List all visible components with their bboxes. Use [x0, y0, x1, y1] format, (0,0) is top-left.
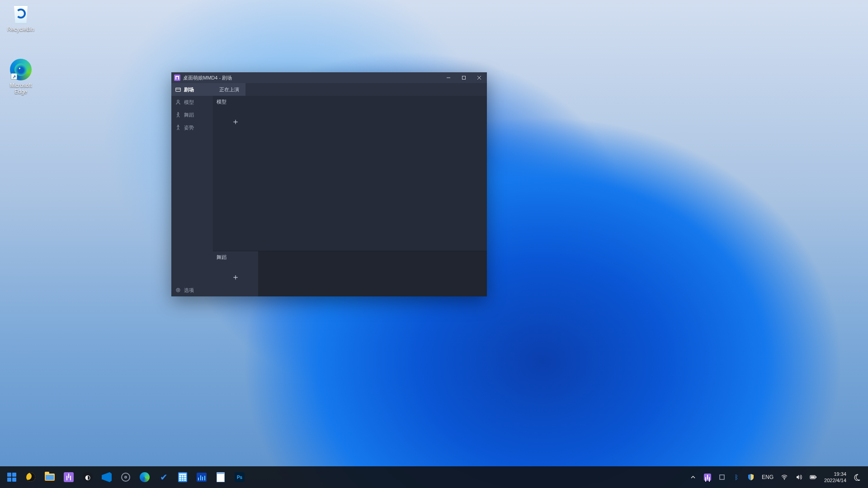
section-models: 模型 ＋	[213, 96, 487, 251]
tray-security[interactable]	[745, 470, 757, 484]
sidebar-item-label: 选项	[184, 287, 194, 294]
desktop-icon-edge[interactable]: ↗ Microsoft Edge	[4, 59, 38, 95]
clock-date: 2022/4/14	[824, 477, 846, 483]
model-icon	[175, 99, 181, 105]
sidebar-item-label: 姿势	[184, 124, 194, 131]
taskbar-app-edge[interactable]	[136, 468, 154, 486]
moon-outline-icon	[854, 474, 861, 481]
svg-point-6	[177, 100, 179, 102]
tab-now-playing[interactable]: 正在上演	[213, 83, 245, 96]
maximize-button[interactable]	[456, 72, 472, 83]
battery-icon	[810, 474, 817, 481]
calculator-icon	[178, 472, 187, 482]
start-button[interactable]	[3, 468, 21, 486]
close-button[interactable]	[472, 72, 487, 83]
tray-wifi[interactable]	[778, 470, 791, 484]
add-dance-button[interactable]: ＋	[216, 264, 255, 290]
recycle-bin-icon	[10, 3, 32, 24]
svg-rect-11	[720, 475, 724, 479]
tray-bluetooth[interactable]: ᛒ	[730, 470, 743, 484]
taskbar-app-explorer[interactable]	[41, 468, 59, 486]
shield-icon	[747, 474, 755, 481]
svg-point-10	[178, 290, 179, 291]
plus-icon: ＋	[231, 272, 240, 282]
sidebar-item-label: 模型	[184, 99, 194, 106]
tray-language[interactable]: ENG	[759, 470, 776, 484]
minimize-button[interactable]	[441, 72, 456, 83]
svg-rect-4	[176, 88, 181, 92]
notepad-icon	[217, 472, 225, 482]
section-label-dance: 舞蹈	[213, 251, 258, 262]
photoshop-icon: Ps	[235, 472, 245, 482]
svg-point-12	[784, 479, 785, 480]
folder-icon	[45, 474, 55, 481]
svg-rect-15	[816, 476, 816, 478]
taskbar-app-mmd[interactable]	[60, 468, 78, 486]
desktop-icon-label: RecycleBin	[4, 26, 38, 33]
chart-icon	[197, 473, 207, 482]
svg-rect-14	[811, 476, 815, 478]
desktop-icon-recycle-bin[interactable]: RecycleBin	[4, 3, 38, 33]
chevron-up-icon	[689, 474, 697, 481]
tray-volume[interactable]	[793, 470, 805, 484]
tray-battery[interactable]	[807, 470, 820, 484]
sidebar-item-pose[interactable]: 姿势	[171, 121, 213, 134]
sidebar-item-model[interactable]: 模型	[171, 96, 213, 108]
taskbar: ◐ ✔ Ps ᛒ ENG	[0, 466, 868, 488]
sidebar-item-options[interactable]: 选项	[171, 284, 213, 296]
app-icon	[174, 75, 180, 81]
taskbar-app-vscode[interactable]	[98, 468, 116, 486]
theater-icon	[175, 86, 181, 93]
edge-icon	[140, 472, 150, 482]
taskbar-clock[interactable]: 19:34 2022/4/14	[821, 471, 849, 483]
plus-icon: ＋	[231, 116, 240, 127]
tray-app-generic[interactable]	[716, 470, 728, 484]
moon-icon	[26, 473, 35, 482]
mmd-icon	[704, 474, 711, 481]
tray-app-mmd[interactable]	[701, 470, 714, 484]
taskbar-app-steam[interactable]: ◐	[79, 468, 97, 486]
check-icon: ✔	[159, 473, 168, 482]
taskbar-app-calculator[interactable]	[174, 468, 192, 486]
tab-row: 正在上演	[213, 83, 487, 96]
gear-icon	[121, 473, 130, 482]
tray-focus-assist[interactable]	[851, 470, 863, 484]
section-label-model: 模型	[213, 96, 487, 106]
pose-icon	[175, 124, 181, 131]
gear-icon	[175, 287, 181, 293]
taskbar-app-photoshop[interactable]: Ps	[231, 468, 249, 486]
taskbar-app-notepad[interactable]	[212, 468, 230, 486]
taskbar-app-settings[interactable]	[117, 468, 135, 486]
edge-icon: ↗	[10, 59, 32, 80]
sidebar-item-dance[interactable]: 舞蹈	[171, 108, 213, 121]
sidebar-item-label: 剧场	[184, 86, 194, 93]
section-dance: 舞蹈 ＋	[213, 251, 258, 296]
window-title: 桌面萌娘MMD4 - 剧场	[183, 75, 232, 81]
sidebar-item-theater[interactable]: 剧场	[171, 83, 213, 96]
taskbar-app-weather[interactable]	[22, 468, 40, 486]
mmd-icon	[64, 472, 74, 482]
sidebar: 剧场 模型 舞蹈 姿势 选项	[171, 83, 213, 296]
clock-time: 19:34	[824, 471, 846, 477]
language-label: ENG	[762, 474, 774, 480]
taskbar-app-taskmanager[interactable]	[193, 468, 211, 486]
dance-detail-empty	[258, 251, 487, 296]
add-model-button[interactable]: ＋	[216, 109, 255, 134]
tray-overflow-button[interactable]	[687, 470, 699, 484]
svg-rect-1	[462, 76, 466, 80]
steam-icon: ◐	[83, 472, 93, 482]
speaker-icon	[795, 474, 802, 481]
taskbar-app-todo[interactable]: ✔	[155, 468, 173, 486]
square-icon	[718, 474, 726, 481]
app-window: 桌面萌娘MMD4 - 剧场 剧场 模型	[171, 72, 487, 296]
svg-point-9	[176, 288, 180, 292]
vscode-icon	[102, 472, 112, 482]
svg-point-8	[178, 125, 179, 126]
titlebar[interactable]: 桌面萌娘MMD4 - 剧场	[171, 72, 487, 83]
windows-icon	[7, 473, 16, 482]
dance-icon	[175, 112, 181, 118]
shortcut-arrow-icon: ↗	[11, 73, 17, 80]
sidebar-item-label: 舞蹈	[184, 112, 194, 118]
wifi-icon	[781, 474, 788, 481]
desktop[interactable]: RecycleBin ↗ Microsoft Edge 桌面萌娘MMD4 - 剧…	[0, 0, 868, 488]
